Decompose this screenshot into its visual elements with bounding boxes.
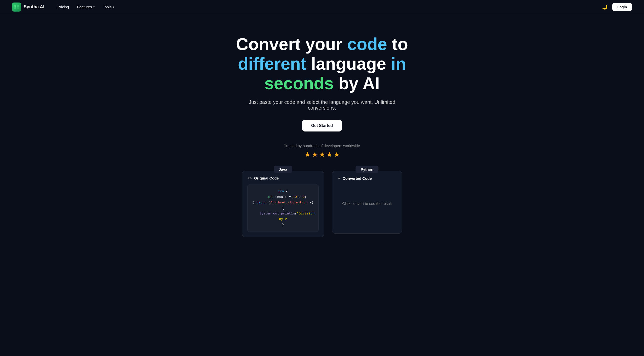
star-1: ★ [304,150,311,159]
logo-text: Syntha AI [24,4,44,10]
hero-title: Convert your code to different language … [209,34,435,93]
star-rating: ★ ★ ★ ★ ★ [304,150,340,159]
svg-rect-3 [17,7,19,9]
java-lang-badge: Java [274,166,292,173]
svg-rect-2 [14,7,16,9]
original-code-title: Original Code [254,176,279,180]
code-line-5: } [252,222,314,228]
code-line-2: int result = 10 / 0; [252,194,314,200]
python-lang-badge: Python [355,166,378,173]
original-code-header: <> Original Code [247,176,319,181]
code-line-1: try { [252,189,314,194]
converted-code-title: Converted Code [343,176,372,181]
nav-actions: 🌙 Login [600,3,632,12]
trusted-text: Trusted by hundreds of developers worldw… [284,144,360,148]
theme-toggle-button[interactable]: 🌙 [600,3,609,12]
navbar: Syntha AI Pricing Features ▾ Tools ▾ 🌙 L… [0,0,644,14]
nav-pricing[interactable]: Pricing [54,3,72,11]
star-5: ★ [334,150,340,159]
login-button[interactable]: Login [612,3,632,11]
code-line-3: } catch (ArithmeticException e) { [252,200,314,211]
original-code-panel: <> Original Code try { int result = 10 /… [242,171,324,237]
code-panels: Java <> Original Code try { int result =… [232,171,412,237]
python-panel-wrapper: Python ✦ Converted Code Click convert to… [332,171,402,237]
svg-rect-0 [14,5,16,7]
star-4: ★ [326,150,333,159]
star-2: ★ [312,150,318,159]
converted-placeholder-text: Click convert to see the result [337,185,397,222]
java-panel-wrapper: Java <> Original Code try { int result =… [242,171,324,237]
tools-chevron-icon: ▾ [113,6,114,8]
converted-code-panel: ✦ Converted Code Click convert to see th… [332,171,402,234]
code-brackets-icon: <> [247,176,252,181]
features-chevron-icon: ▾ [93,6,95,8]
hero-subtitle: Just paste your code and select the lang… [247,99,397,111]
nav-links: Pricing Features ▾ Tools ▾ [54,3,600,11]
nav-tools[interactable]: Tools ▾ [100,3,117,11]
logo[interactable]: Syntha AI [12,3,44,12]
nav-features[interactable]: Features ▾ [74,3,98,11]
star-3: ★ [319,150,325,159]
code-line-4: System.out.println("Division by z [252,211,314,222]
svg-rect-1 [17,5,19,7]
java-code-block: try { int result = 10 / 0; } catch (Arit… [247,185,319,232]
get-started-button[interactable]: Get Started [302,120,342,131]
hero-section: Convert your code to different language … [0,14,644,247]
logo-icon [12,3,21,12]
wand-icon: ✦ [337,176,341,181]
converted-code-header: ✦ Converted Code [337,176,397,181]
